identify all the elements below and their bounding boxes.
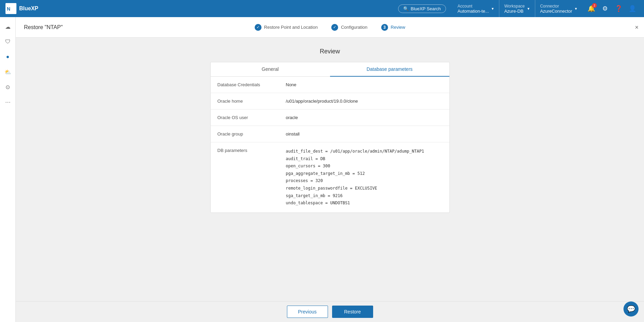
app-logo: N BlueXP bbox=[5, 3, 38, 14]
sidebar: ☁ 🛡 ● ⛅ ⊙ ⋯ bbox=[0, 17, 16, 322]
account-chevron-icon: ▼ bbox=[491, 7, 495, 11]
tabs-header: General Database parameters bbox=[211, 62, 449, 77]
param-row-oracle-home: Oracle home /u01/app/oracle/product/19.0… bbox=[211, 93, 449, 110]
account-label: Account bbox=[458, 4, 489, 9]
sidebar-icon-cloud[interactable]: ☁ bbox=[2, 21, 14, 33]
main-area: Restore "NTAP" ✓ Restore Point and Locat… bbox=[16, 17, 644, 322]
step-review: 3 Review bbox=[381, 24, 405, 31]
search-icon: 🔍 bbox=[403, 6, 409, 11]
tab-database-parameters[interactable]: Database parameters bbox=[330, 62, 449, 77]
param-row-db-params: DB parameters audit_file_dest = /u01/app… bbox=[211, 142, 449, 212]
step3-label: Review bbox=[391, 25, 405, 30]
review-panel: General Database parameters Database Cre… bbox=[210, 62, 450, 213]
chat-icon: 💬 bbox=[627, 305, 635, 313]
step3-number: 3 bbox=[381, 24, 388, 31]
step2-label: Configuration bbox=[341, 25, 367, 30]
connector-value: AzureConnector bbox=[540, 9, 572, 14]
param-row-oracle-group: Oracle group oinstall bbox=[211, 126, 449, 142]
param-value-oracle-group: oinstall bbox=[286, 131, 443, 137]
connector-nav-item[interactable]: Connector AzureConnector ▼ bbox=[535, 0, 582, 17]
restore-button[interactable]: Restore bbox=[332, 306, 373, 318]
workspace-value: Azure-DB bbox=[504, 9, 525, 14]
previous-button[interactable]: Previous bbox=[287, 306, 328, 318]
settings-button[interactable]: ⚙ bbox=[599, 2, 611, 15]
notifications-button[interactable]: 🔔 2 bbox=[585, 2, 597, 15]
help-button[interactable]: ❓ bbox=[613, 2, 625, 15]
step-configuration: ✓ Configuration bbox=[331, 24, 367, 31]
connector-label: Connector bbox=[540, 4, 572, 9]
workspace-label: Workspace bbox=[504, 4, 525, 9]
tab-general[interactable]: General bbox=[211, 62, 330, 77]
sidebar-icon-cloud2[interactable]: ⛅ bbox=[2, 66, 14, 78]
param-value-db-params: audit_file_dest = /u01/app/oracle/admin/… bbox=[286, 148, 443, 207]
sidebar-icon-dots[interactable]: ⋯ bbox=[2, 96, 14, 108]
workspace-chevron-icon: ▼ bbox=[527, 7, 530, 11]
user-button[interactable]: 👤 bbox=[626, 2, 639, 15]
chat-widget-button[interactable]: 💬 bbox=[623, 301, 639, 317]
param-label-credentials: Database Credentials bbox=[218, 82, 286, 87]
param-value-oracle-home: /u01/app/oracle/product/19.0.0/clone bbox=[286, 99, 443, 104]
account-value: Automation-te... bbox=[458, 9, 489, 14]
svg-text:N: N bbox=[7, 6, 10, 12]
search-button[interactable]: 🔍 BlueXP Search bbox=[398, 4, 446, 13]
connector-chevron-icon: ▼ bbox=[574, 7, 578, 11]
workspace-nav-item[interactable]: Workspace Azure-DB ▼ bbox=[499, 0, 535, 17]
param-label-oracle-home: Oracle home bbox=[218, 99, 286, 104]
nav-icon-group: 🔔 2 ⚙ ❓ 👤 bbox=[585, 2, 639, 15]
nav-right-items: Account Automation-te... ▼ Workspace Azu… bbox=[453, 0, 582, 17]
wizard-steps: ✓ Restore Point and Location ✓ Configura… bbox=[254, 24, 405, 31]
step-restore-point: ✓ Restore Point and Location bbox=[254, 24, 318, 31]
footer: Previous Restore bbox=[16, 301, 644, 322]
content-area: Review General Database parameters Datab… bbox=[16, 38, 644, 301]
notification-badge: 2 bbox=[592, 3, 597, 8]
sidebar-icon-circle[interactable]: ⊙ bbox=[2, 81, 14, 93]
sidebar-icon-protection[interactable]: ● bbox=[2, 51, 14, 63]
param-value-oracle-user: oracle bbox=[286, 115, 443, 120]
param-label-oracle-user: Oracle OS user bbox=[218, 115, 286, 120]
param-label-oracle-group: Oracle group bbox=[218, 131, 286, 137]
dialog-header: Restore "NTAP" ✓ Restore Point and Locat… bbox=[16, 17, 644, 38]
step1-check-icon: ✓ bbox=[254, 24, 261, 31]
step1-label: Restore Point and Location bbox=[264, 25, 318, 30]
search-label: BlueXP Search bbox=[411, 6, 441, 11]
top-navigation: N BlueXP 🔍 BlueXP Search Account Automat… bbox=[0, 0, 644, 17]
step2-check-icon: ✓ bbox=[331, 24, 338, 31]
app-brand: BlueXP bbox=[19, 5, 38, 12]
account-nav-item[interactable]: Account Automation-te... ▼ bbox=[453, 0, 500, 17]
param-value-credentials: None bbox=[286, 82, 443, 87]
dialog-title: Restore "NTAP" bbox=[24, 24, 63, 30]
close-dialog-button[interactable]: × bbox=[635, 24, 639, 31]
param-row-oracle-user: Oracle OS user oracle bbox=[211, 110, 449, 126]
review-title: Review bbox=[320, 48, 340, 55]
param-row-credentials: Database Credentials None bbox=[211, 77, 449, 93]
sidebar-icon-shield[interactable]: 🛡 bbox=[2, 36, 14, 48]
param-label-db-params: DB parameters bbox=[218, 148, 286, 153]
